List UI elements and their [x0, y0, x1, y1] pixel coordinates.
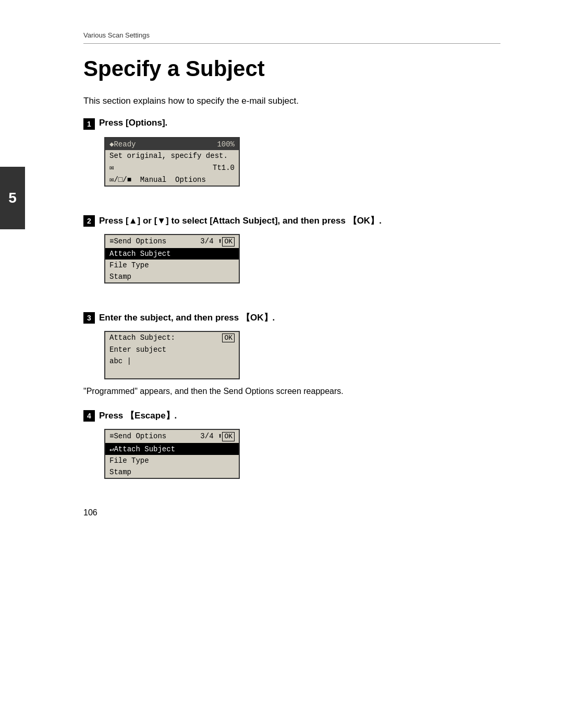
lcd-screen-1: ◆Ready 100% Set original, specify dest. … [104, 137, 240, 187]
lcd-attach-subject-label-2: ↵Attach Subject [109, 445, 175, 453]
lcd-file-type-label-2: File Type [109, 456, 149, 465]
step-2-block: 2 Press [▲] or [▼] to select [Attach Sub… [83, 215, 500, 298]
chapter-tab: 5 [0, 167, 25, 229]
lcd-stamp-label-2: Stamp [109, 468, 131, 476]
lcd-screen-3-row-1: Attach Subject: OK [105, 332, 239, 344]
step-1-header: 1 Press [Options]. [83, 118, 500, 130]
lcd-screen-4-row-2: ↵Attach Subject [105, 443, 239, 455]
breadcrumb: Various Scan Settings [83, 31, 500, 39]
lcd-ready-percent: 100% [217, 140, 235, 149]
step-3-label: Enter the subject, and then press 【OK】. [99, 312, 275, 324]
lcd-abc-text: abc | [109, 357, 131, 365]
page-container: 5 Various Scan Settings Specify a Subjec… [0, 0, 563, 549]
lcd-screen-1-row-1: ◆Ready 100% [105, 138, 239, 150]
lcd-screen-2-row-3: File Type [105, 260, 239, 271]
lcd-attach-subject-label: Attach Subject [109, 250, 171, 258]
step-4-number: 4 [83, 410, 95, 422]
lcd-enter-subject-text: Enter subject [109, 346, 166, 354]
note-text: "Programmed" appears, and then the Send … [83, 387, 500, 396]
intro-text: This section explains how to specify the… [83, 96, 500, 106]
lcd-send-options-label-2: ≡Send Options [109, 432, 166, 440]
lcd-screen-4: ≡Send Options 3/4 ⬆OK ↵Attach Subject Fi… [104, 429, 240, 479]
step-4-header: 4 Press 【Escape】. [83, 410, 500, 422]
chapter-tab-number: 5 [8, 190, 17, 206]
lcd-screen-3-row-2: Enter subject [105, 344, 239, 355]
lcd-screen-3-row-3: abc | [105, 355, 239, 367]
step-3-block: 3 Enter the subject, and then press 【OK】… [83, 312, 500, 397]
lcd-ok-badge: OK [222, 334, 235, 343]
lcd-email-icon: ✉ [109, 163, 114, 172]
lcd-empty-row [109, 368, 114, 377]
lcd-screen-4-row-4: Stamp [105, 466, 239, 478]
lcd-set-original-text: Set original, specify dest. [109, 152, 228, 160]
step-1-label: Press [Options]. [99, 118, 167, 128]
step-1-number: 1 [83, 118, 95, 130]
lcd-screen-1-row-2: Set original, specify dest. [105, 150, 239, 162]
page-number: 106 [83, 508, 97, 517]
lcd-screen-3: Attach Subject: OK Enter subject abc | [104, 331, 240, 380]
lcd-screen-2: ≡Send Options 3/4 ⬆OK Attach Subject Fil… [104, 234, 240, 283]
lcd-tt-text: Tt1.0 [213, 164, 235, 172]
lcd-send-options-page-2: 3/4 ⬆OK [200, 431, 235, 441]
page-title: Specify a Subject [83, 56, 500, 81]
lcd-stamp-label: Stamp [109, 273, 131, 281]
step-4-label: Press 【Escape】. [99, 410, 177, 422]
lcd-send-options-page: 3/4 ⬆OK [200, 237, 235, 246]
lcd-send-options-label: ≡Send Options [109, 237, 166, 245]
lcd-screen-1-row-4: ✉/□/■ Manual Options [105, 174, 239, 186]
step-3-header: 3 Enter the subject, and then press 【OK】… [83, 312, 500, 324]
step-1-key: [Options] [126, 118, 165, 128]
lcd-screen-3-row-4 [105, 367, 239, 378]
step-2-label: Press [▲] or [▼] to select [Attach Subje… [99, 215, 382, 227]
lcd-screen-2-row-4: Stamp [105, 271, 239, 282]
lcd-screen-1-row-3: ✉ Tt1.0 [105, 162, 239, 174]
step-2-header: 2 Press [▲] or [▼] to select [Attach Sub… [83, 215, 500, 227]
lcd-screen-4-row-3: File Type [105, 455, 239, 466]
step-3-number: 3 [83, 312, 95, 324]
step-2-number: 2 [83, 215, 95, 227]
lcd-icons-row: ✉/□/■ Manual Options [109, 175, 206, 184]
lcd-screen-2-row-2: Attach Subject [105, 248, 239, 260]
breadcrumb-divider [83, 43, 500, 44]
lcd-ready-text: ◆Ready [109, 140, 136, 149]
lcd-screen-2-row-1: ≡Send Options 3/4 ⬆OK [105, 235, 239, 248]
lcd-screen-4-row-1: ≡Send Options 3/4 ⬆OK [105, 430, 239, 443]
lcd-file-type-label: File Type [109, 261, 149, 269]
step-4-block: 4 Press 【Escape】. ≡Send Options 3/4 ⬆OK … [83, 410, 500, 493]
lcd-attach-subject-header: Attach Subject: [109, 334, 175, 342]
step-1-block: 1 Press [Options]. ◆Ready 100% Set origi… [83, 118, 500, 201]
